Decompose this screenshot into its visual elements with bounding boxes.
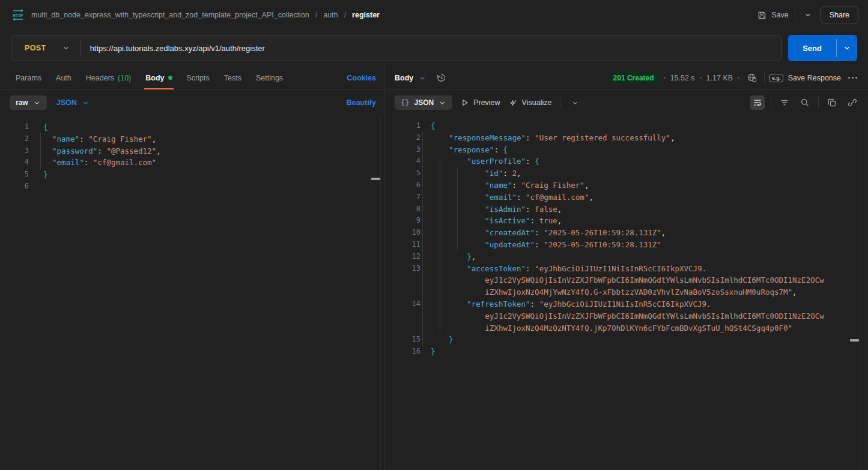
response-time[interactable]: 15.52 s <box>670 74 695 82</box>
workspace: Params Auth Headers (10) Body Scripts Te… <box>0 66 868 470</box>
tab-headers[interactable]: Headers (10) <box>80 66 137 89</box>
code-line[interactable]: 12 }, <box>385 251 868 263</box>
code-text: } <box>420 334 454 346</box>
code-text: eyJ1c2VySWQiOjIsInVzZXJFbWFpbCI6ImNmQGdt… <box>420 274 824 286</box>
divider <box>795 10 795 20</box>
indent-guide <box>457 167 458 179</box>
code-line[interactable]: iZXhwIjoxNzQ4MjYwNzY4fQ.G-xFbbtzzVAD0zVh… <box>385 286 868 298</box>
body-modified-dot <box>168 76 172 80</box>
line-number: 16 <box>385 346 420 358</box>
code-line[interactable]: iZXhwIjoxNzQ4MzQzNTY4fQ.jKp7OhDlKYn6cFYb… <box>385 322 868 334</box>
status-badge[interactable]: 201 Created <box>609 72 659 84</box>
search-button[interactable] <box>798 95 812 110</box>
line-number: 14 <box>385 298 420 310</box>
line-number <box>385 274 420 286</box>
scrollbar-thumb[interactable] <box>371 178 380 180</box>
code-line[interactable]: 1{ <box>385 120 868 132</box>
save-button[interactable]: Save <box>757 11 789 20</box>
share-button[interactable]: Share <box>821 7 858 23</box>
code-line[interactable]: 6 "name": "Craig Fisher", <box>385 179 868 191</box>
response-body-select-group: Body <box>395 70 449 85</box>
indent-guide <box>457 179 458 191</box>
url-input[interactable]: https://api.tutorials.zedlabs.xyz/api/v1… <box>80 44 275 53</box>
preview-button[interactable]: Preview <box>461 98 500 107</box>
breadcrumb-folder[interactable]: auth <box>323 11 338 19</box>
code-line[interactable]: 11 "updatedAt": "2025-05-26T10:59:28.131… <box>385 239 868 251</box>
code-line[interactable]: 5 "id": 2, <box>385 167 868 179</box>
send-button[interactable]: Send <box>788 35 836 61</box>
line-number: 5 <box>385 167 420 179</box>
body-mode-select[interactable]: raw <box>10 95 47 110</box>
code-line[interactable]: 4 "userProfile": { <box>385 155 868 167</box>
response-size[interactable]: 1.17 KB <box>706 74 733 82</box>
filter-button[interactable] <box>777 95 792 110</box>
code-line[interactable]: 3 "password": "@Passed12", <box>0 145 384 157</box>
line-number: 10 <box>385 227 420 239</box>
save-response-button[interactable]: e.g. Save Response <box>769 74 841 82</box>
indent-guide <box>422 251 423 263</box>
indent-guide <box>422 263 423 275</box>
code-text <box>29 181 43 193</box>
body-language-select[interactable]: JSON <box>56 98 90 107</box>
code-line[interactable]: 15 } <box>385 334 868 346</box>
tab-scripts[interactable]: Scripts <box>181 66 216 89</box>
code-line[interactable]: eyJ1c2VySWQiOjIsInVzZXJFbWFpbCI6ImNmQGdt… <box>385 274 868 286</box>
code-line[interactable]: 7 "email": "cf@gmail.com", <box>385 191 868 203</box>
request-url-row: POST https://api.tutorials.zedlabs.xyz/a… <box>0 30 868 66</box>
code-line[interactable]: 14 "refreshToken": "eyJhbGciOiJIUzI1NiIs… <box>385 298 868 310</box>
code-line[interactable]: 5} <box>0 169 384 181</box>
wrap-text-button[interactable] <box>750 95 765 110</box>
code-line[interactable]: 16} <box>385 346 868 358</box>
visualize-options-button[interactable] <box>569 97 581 109</box>
tab-tests[interactable]: Tests <box>218 66 247 89</box>
code-line[interactable]: 3 "response": { <box>385 144 868 156</box>
beautify-button[interactable]: Beautify <box>347 98 376 107</box>
code-line[interactable]: 6 <box>0 181 384 193</box>
scrollbar-thumb[interactable] <box>850 339 859 342</box>
tab-settings[interactable]: Settings <box>250 66 289 89</box>
indent-guide <box>422 167 423 179</box>
chevron-down-icon <box>82 99 90 107</box>
code-line[interactable]: 8 "isAdmin": false, <box>385 203 868 215</box>
response-view-select[interactable]: Body <box>395 74 426 82</box>
code-line[interactable]: 13 "accessToken": "eyJhbGciOiJIUzI1NiIsI… <box>385 263 868 275</box>
tab-auth[interactable]: Auth <box>50 66 77 89</box>
request-body-editor[interactable]: 1{2 "name": "Craig Fisher",3 "password":… <box>0 115 384 470</box>
chevron-down-icon <box>439 99 446 107</box>
postman-window: HTTP multi_db_node_express_with_typescri… <box>0 0 868 470</box>
response-format-controls: {} JSON Preview <box>395 95 581 110</box>
save-options-button[interactable] <box>801 8 815 22</box>
line-number: 3 <box>385 144 420 156</box>
response-format-select[interactable]: {} JSON <box>395 95 452 110</box>
indent-guide <box>457 191 458 203</box>
top-bar: HTTP multi_db_node_express_with_typescri… <box>0 0 868 30</box>
breadcrumb-collection[interactable]: multi_db_node_express_with_typescript_an… <box>31 11 309 19</box>
response-body-viewer[interactable]: 1{2 "responseMessage": "User registered … <box>385 115 868 470</box>
code-line[interactable]: 1{ <box>0 121 384 133</box>
line-number <box>385 286 420 298</box>
tab-body[interactable]: Body <box>139 66 178 89</box>
line-number: 7 <box>385 191 420 203</box>
link-button[interactable] <box>845 95 860 110</box>
method-selector[interactable]: POST <box>11 44 80 52</box>
code-line[interactable]: 2 "responseMessage": "User registered su… <box>385 132 868 144</box>
cookies-link[interactable]: Cookies <box>347 74 376 82</box>
response-editor-tools <box>750 95 860 110</box>
send-options-button[interactable] <box>837 35 857 61</box>
indent-guide <box>440 167 440 179</box>
tab-params[interactable]: Params <box>10 66 47 89</box>
code-line[interactable]: 10 "createdAt": "2025-05-26T10:59:28.131… <box>385 227 868 239</box>
copy-button[interactable] <box>825 95 839 110</box>
network-info-button[interactable] <box>744 70 759 85</box>
response-history-button[interactable] <box>434 70 449 85</box>
visualize-button[interactable]: Visualize <box>509 98 552 107</box>
code-line[interactable]: 4 "email": "cf@gmail.com" <box>0 157 384 169</box>
breadcrumb-request[interactable]: register <box>352 11 380 19</box>
line-number: 2 <box>0 133 29 145</box>
more-options-icon[interactable] <box>846 74 860 81</box>
line-number: 1 <box>385 120 420 132</box>
code-line[interactable]: 2 "name": "Craig Fisher", <box>0 133 384 145</box>
code-line[interactable]: 9 "isActive": true, <box>385 215 868 227</box>
code-line[interactable]: eyJ1c2VySWQiOjIsInVzZXJFbWFpbCI6ImNmQGdt… <box>385 310 868 322</box>
send-button-group: Send <box>788 35 857 61</box>
